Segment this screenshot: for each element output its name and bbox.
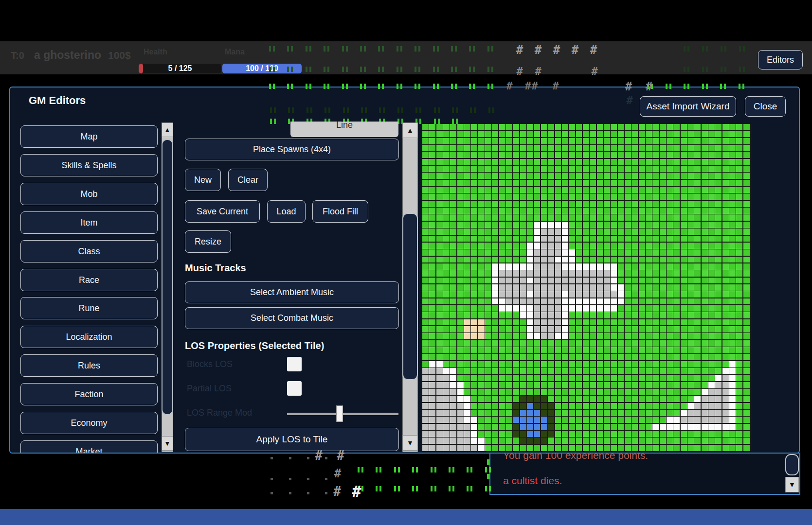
partial-los-label: Partial LOS bbox=[187, 384, 232, 394]
map-tiles[interactable] bbox=[422, 124, 752, 451]
sidebar-item-item[interactable]: Item bbox=[20, 211, 158, 234]
grass-mark-glyph bbox=[270, 107, 276, 113]
map-tile-grid[interactable] bbox=[422, 124, 752, 453]
grass-mark-glyph bbox=[325, 107, 330, 113]
map-tools-panel: Line Place Spawns (4x4) New Clear Save C… bbox=[179, 122, 411, 454]
message-log: You gain 100 experience points.a cultist… bbox=[489, 453, 800, 495]
grass-mark-glyph bbox=[379, 107, 385, 113]
resize-button[interactable]: Resize bbox=[185, 230, 231, 253]
tools-scrollbar-thumb[interactable] bbox=[402, 213, 418, 380]
select-ambient-music-button[interactable]: Select Ambient Music bbox=[185, 281, 399, 303]
grass-mark-glyph bbox=[415, 107, 421, 113]
floor-dot-glyph bbox=[289, 457, 291, 459]
grass-mark-glyph bbox=[431, 486, 436, 491]
grass-mark-glyph bbox=[358, 467, 363, 472]
log-scrollbar-thumb[interactable] bbox=[785, 454, 799, 475]
tools-scroll-up-icon[interactable]: ▲ bbox=[402, 122, 418, 138]
mana-value: 100 / 100 bbox=[246, 64, 278, 73]
sidebar-scroll-up-icon[interactable]: ▲ bbox=[162, 122, 173, 137]
grass-mark-glyph bbox=[361, 107, 367, 113]
sidebar-scrollbar-thumb[interactable] bbox=[162, 139, 173, 415]
floor-dot-glyph bbox=[307, 457, 309, 459]
place-spawns-button[interactable]: Place Spawns (4x4) bbox=[185, 139, 399, 160]
grass-mark-glyph bbox=[343, 107, 349, 113]
editors-button[interactable]: Editors bbox=[758, 50, 803, 70]
load-button[interactable]: Load bbox=[267, 200, 306, 223]
floor-dot-glyph bbox=[307, 492, 309, 494]
los-range-slider-handle[interactable] bbox=[336, 405, 343, 422]
tools-scrollbar[interactable]: ▲ ▼ bbox=[401, 122, 419, 452]
grass-mark-glyph bbox=[397, 107, 403, 113]
floor-dot-glyph bbox=[307, 478, 309, 480]
blocks-los-checkbox[interactable] bbox=[287, 357, 302, 371]
asset-import-wizard-button[interactable]: Asset Import Wizard bbox=[640, 96, 736, 117]
floor-dot-glyph bbox=[271, 478, 273, 480]
floor-dot-glyph bbox=[271, 457, 273, 459]
log-line: You gain 100 experience points. bbox=[503, 453, 648, 461]
player-name: a ghosterino bbox=[34, 49, 101, 62]
grass-mark-glyph bbox=[431, 467, 436, 472]
flood-fill-button[interactable]: Flood Fill bbox=[312, 200, 368, 223]
mana-label: Mana bbox=[225, 48, 245, 56]
floor-dot-glyph bbox=[289, 492, 291, 494]
grass-mark-glyph bbox=[412, 486, 418, 491]
sidebar-item-race[interactable]: Race bbox=[20, 269, 158, 291]
floor-dot-glyph bbox=[271, 492, 273, 494]
tools-scroll-down-icon[interactable]: ▼ bbox=[402, 435, 418, 451]
sidebar-item-class[interactable]: Class bbox=[20, 240, 158, 262]
sidebar-item-economy[interactable]: Economy bbox=[20, 412, 158, 434]
sidebar-item-map[interactable]: Map bbox=[20, 125, 158, 148]
wall-hash-glyph: # bbox=[626, 95, 632, 106]
money-amount: 100$ bbox=[108, 50, 131, 61]
sidebar-item-mob[interactable]: Mob bbox=[20, 183, 158, 205]
grass-mark-glyph bbox=[358, 486, 363, 491]
wall-hash-glyph: # bbox=[334, 468, 341, 479]
clear-button[interactable]: Clear bbox=[228, 169, 268, 191]
log-scroll-down-icon[interactable]: ▼ bbox=[785, 477, 799, 492]
sidebar-item-market[interactable]: Market bbox=[20, 440, 158, 454]
mana-bar: 100 / 100 bbox=[222, 64, 302, 73]
grass-mark-glyph bbox=[452, 119, 458, 124]
editor-category-list: MapSkills & SpellsMobItemClassRaceRuneLo… bbox=[16, 122, 162, 454]
grass-mark-glyph bbox=[467, 467, 472, 472]
turn-counter: T:0 bbox=[11, 50, 24, 61]
game-screen: T:0 a ghosterino 100$ Health 5 / 125 Man… bbox=[0, 0, 812, 525]
sidebar-scrollbar[interactable]: ▲ ▼ bbox=[162, 122, 173, 452]
select-combat-music-button[interactable]: Select Combat Music bbox=[185, 307, 399, 329]
floor-dot-glyph bbox=[325, 478, 327, 480]
apply-los-to-tile-button[interactable]: Apply LOS to Tile bbox=[185, 428, 399, 451]
sidebar-item-rune[interactable]: Rune bbox=[20, 297, 158, 319]
los-properties-heading: LOS Properties (Selected Tile) bbox=[185, 340, 324, 351]
health-label: Health bbox=[144, 48, 167, 56]
grass-mark-glyph bbox=[449, 467, 454, 472]
sidebar-item-localization[interactable]: Localization bbox=[20, 326, 158, 348]
partial-los-checkbox[interactable] bbox=[287, 381, 302, 396]
grass-mark-glyph bbox=[376, 467, 381, 472]
sidebar-scroll-down-icon[interactable]: ▼ bbox=[162, 436, 173, 451]
bottom-window-bar bbox=[0, 509, 812, 525]
grass-mark-glyph bbox=[307, 107, 312, 113]
sidebar-item-faction[interactable]: Faction bbox=[20, 383, 158, 405]
modal-title: GM Editors bbox=[29, 94, 86, 107]
floor-dot-glyph bbox=[289, 478, 291, 480]
grass-mark-glyph bbox=[434, 119, 440, 124]
log-line: a cultist dies. bbox=[503, 475, 562, 487]
floor-dot-glyph bbox=[325, 457, 327, 459]
line-tool-button[interactable]: Line bbox=[290, 122, 398, 137]
close-button[interactable]: Close bbox=[745, 96, 786, 117]
grass-mark-glyph bbox=[470, 107, 476, 113]
floor-dot-glyph bbox=[325, 492, 327, 494]
grass-mark-glyph bbox=[452, 107, 458, 113]
new-button[interactable]: New bbox=[185, 169, 221, 191]
sidebar-item-skills-spells[interactable]: Skills & Spells bbox=[20, 154, 158, 176]
los-range-mod-label: LOS Range Mod bbox=[187, 408, 252, 418]
grass-mark-glyph bbox=[488, 107, 494, 113]
blocks-los-label: Blocks LOS bbox=[187, 359, 233, 369]
gm-editors-modal: ## GM Editors Asset Import Wizard Close … bbox=[9, 87, 800, 454]
sidebar-item-rules[interactable]: Rules bbox=[20, 354, 158, 377]
wall-hash-glyph: # bbox=[333, 485, 341, 498]
grass-mark-glyph bbox=[394, 486, 400, 491]
grass-mark-glyph bbox=[394, 467, 400, 472]
save-current-button[interactable]: Save Current bbox=[185, 200, 260, 223]
music-tracks-heading: Music Tracks bbox=[185, 262, 246, 274]
